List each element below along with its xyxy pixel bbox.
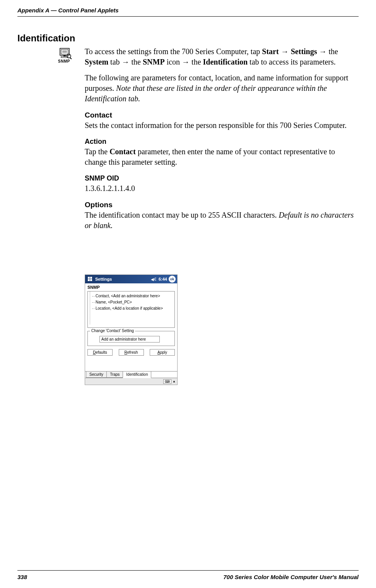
pda-app-title: SNMP bbox=[87, 285, 175, 290]
pda-window-title: Settings bbox=[95, 277, 151, 281]
contact-body: Sets the contact information for the per… bbox=[85, 120, 359, 131]
speaker-icon[interactable]: ◀€ bbox=[151, 277, 156, 281]
tab-traps[interactable]: Traps bbox=[106, 372, 123, 378]
snmp-icon-label: SNMP bbox=[58, 59, 72, 63]
svg-rect-9 bbox=[90, 277, 92, 279]
pda-clock: 6:44 bbox=[159, 277, 167, 281]
svg-rect-11 bbox=[90, 279, 92, 281]
svg-rect-10 bbox=[88, 279, 90, 281]
tree-item-contact[interactable]: Contact, <Add an administrator here> bbox=[90, 293, 172, 299]
pda-titlebar: Settings ◀€ 6:44 ok bbox=[85, 275, 177, 283]
pda-screenshot: Settings ◀€ 6:44 ok SNMP Contact, <Add a… bbox=[85, 274, 178, 385]
ok-button[interactable]: ok bbox=[169, 276, 176, 283]
svg-rect-1 bbox=[61, 49, 68, 54]
fieldset-legend: Change 'Contact' Setting bbox=[90, 329, 135, 333]
snmp-oid-value: 1.3.6.1.2.1.1.4.0 bbox=[85, 183, 359, 194]
header-rule bbox=[17, 16, 359, 17]
page-number: 338 bbox=[17, 574, 27, 580]
change-setting-fieldset: Change 'Contact' Setting bbox=[87, 331, 175, 346]
contact-heading: Contact bbox=[85, 111, 359, 119]
keyboard-icon[interactable]: ⌨ bbox=[163, 379, 171, 384]
menu-up-icon[interactable]: ▲ bbox=[173, 380, 176, 383]
start-flag-icon[interactable] bbox=[87, 276, 94, 283]
snmp-applet-icon: SNMP bbox=[58, 48, 72, 64]
contact-input[interactable] bbox=[99, 336, 160, 343]
refresh-button[interactable]: Refresh bbox=[119, 349, 144, 356]
tree-item-location[interactable]: Location, <Add a location if applicable> bbox=[90, 305, 172, 312]
defaults-button[interactable]: Defaults bbox=[87, 349, 113, 356]
tab-identification[interactable]: Identification bbox=[123, 372, 151, 378]
options-body: The identification contact may be up to … bbox=[85, 210, 359, 231]
apply-button[interactable]: Apply bbox=[150, 349, 175, 356]
snmp-oid-heading: SNMP OID bbox=[85, 174, 359, 182]
manual-title: 700 Series Color Mobile Computer User's … bbox=[224, 574, 359, 580]
svg-rect-8 bbox=[88, 277, 90, 279]
footer-rule bbox=[17, 570, 359, 571]
tree-item-name[interactable]: Name, <Pocket_PC> bbox=[90, 299, 172, 305]
intro-paragraph-1: To access the settings from the 700 Seri… bbox=[85, 46, 359, 67]
pda-bottom-bar: ⌨ ▲ bbox=[85, 378, 177, 385]
tab-security[interactable]: Security bbox=[86, 372, 107, 378]
options-heading: Options bbox=[85, 201, 359, 209]
action-heading: Action bbox=[85, 138, 359, 146]
settings-tree[interactable]: Contact, <Add an administrator here> Nam… bbox=[87, 291, 175, 328]
section-heading: Identification bbox=[17, 33, 75, 44]
action-body: Tap the Contact parameter, then enter th… bbox=[85, 147, 359, 167]
intro-paragraph-2: The following are parameters for contact… bbox=[85, 73, 359, 104]
header-breadcrumb: Appendix A — Control Panel Applets bbox=[17, 7, 119, 14]
